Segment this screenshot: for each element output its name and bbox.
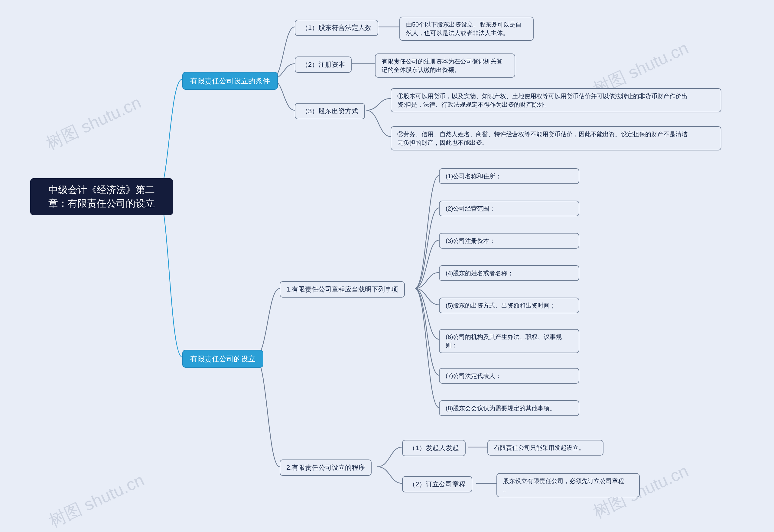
leaf-registered-capital-detail: 有限责任公司的注册资本为在公司登记机关登 记的全体股东认缴的出资额。 [375,53,515,78]
leaf-article-1: (1)公司名称和住所； [439,168,579,184]
leaf-article-4: (4)股东的姓名或者名称； [439,265,579,281]
watermark: 树图 shutu.cn [42,91,145,155]
leaf-shareholder-count-detail: 由50个以下股东出资设立。股东既可以是自 然人，也可以是法人或者非法人主体。 [399,17,534,41]
node-establishment-procedure[interactable]: 2.有限责任公司设立的程序 [280,459,372,476]
node-proc-initiator[interactable]: （1）发起人发起 [402,440,466,456]
leaf-article-3: (3)公司注册资本； [439,233,579,249]
node-contribution-method[interactable]: （3）股东出资方式 [295,103,365,119]
node-proc-articles[interactable]: （2）订立公司章程 [402,476,472,492]
leaf-article-2: (2)公司经营范围； [439,201,579,216]
root-node[interactable]: 中级会计《经济法》第二 章：有限责任公司的设立 [30,178,173,215]
node-registered-capital[interactable]: （2）注册资本 [295,56,352,73]
node-shareholder-count[interactable]: （1）股东符合法定人数 [295,20,378,36]
node-articles-items[interactable]: 1.有限责任公司章程应当载明下列事项 [280,281,405,298]
mindmap-canvas: 树图 shutu.cn 树图 shutu.cn 树图 shutu.cn 树图 s… [0,0,774,532]
leaf-article-6: (6)公司的机构及其产生办法、职权、议事规 则； [439,329,579,353]
connector-lines [0,0,774,532]
leaf-article-7: (7)公司法定代表人； [439,368,579,384]
leaf-contribution-method-1: ①股东可以用货币，以及实物、知识产权、土地使用权等可以用货币估价并可以依法转让的… [391,88,721,112]
watermark: 树图 shutu.cn [45,469,148,532]
leaf-contribution-method-2: ②劳务、信用、自然人姓名、商誉、特许经营权等不能用货币估价，因此不能出资。设定担… [391,126,721,150]
leaf-proc-articles-detail: 股东设立有限责任公司，必须先订立公司章程 。 [496,473,640,497]
leaf-article-5: (5)股东的出资方式、出资额和出资时间； [439,298,579,313]
branch-conditions[interactable]: 有限责任公司设立的条件 [182,72,278,90]
branch-establishment[interactable]: 有限责任公司的设立 [182,350,263,368]
leaf-proc-initiator-detail: 有限责任公司只能采用发起设立。 [487,440,604,456]
leaf-article-8: (8)股东会会议认为需要规定的其他事项。 [439,400,579,416]
